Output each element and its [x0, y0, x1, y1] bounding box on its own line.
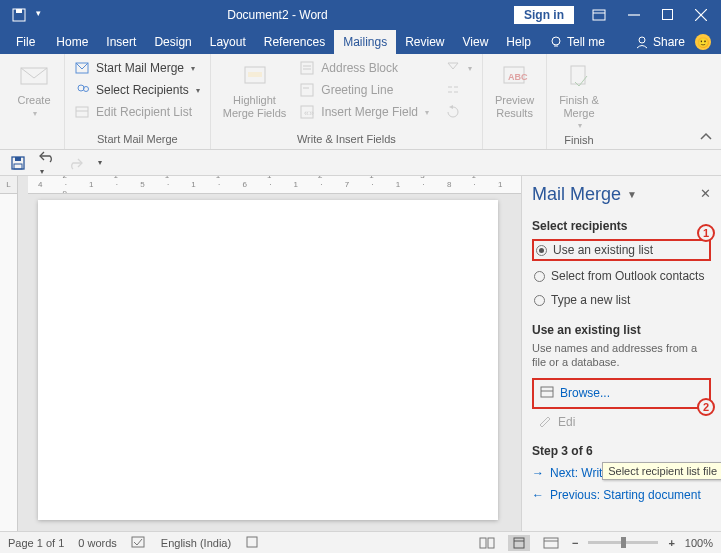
tab-references[interactable]: References [255, 30, 334, 54]
page-indicator[interactable]: Page 1 of 1 [8, 537, 64, 549]
create-label: Create [17, 94, 50, 107]
edit-recipient-list-button[interactable]: Edit Recipient List [71, 102, 204, 122]
update-icon [445, 104, 461, 120]
edit-icon [538, 415, 552, 430]
tab-design[interactable]: Design [145, 30, 200, 54]
statusbar: Page 1 of 1 0 words English (India) − + … [0, 531, 721, 553]
address-block-button[interactable]: Address Block [296, 58, 433, 78]
collapse-ribbon-icon[interactable] [699, 131, 713, 145]
zoom-in-icon[interactable]: + [668, 537, 674, 549]
finish-icon [563, 60, 595, 92]
zoom-slider[interactable] [588, 541, 658, 544]
svg-rect-5 [663, 10, 673, 20]
finish-label: Finish & Merge [559, 94, 599, 119]
signin-button[interactable]: Sign in [514, 6, 574, 24]
select-recipients-label: Select Recipients [96, 83, 189, 97]
recipients-icon [75, 82, 91, 98]
ribbon-display-icon[interactable] [592, 9, 606, 21]
select-recipients-heading: Select recipients [532, 219, 711, 233]
tab-help[interactable]: Help [497, 30, 540, 54]
tab-review[interactable]: Review [396, 30, 453, 54]
radio-label-2: Select from Outlook contacts [551, 269, 704, 283]
group-finish: Finish [553, 132, 605, 150]
save-icon[interactable] [10, 155, 26, 171]
rules-button[interactable]: ▾ [441, 58, 476, 78]
radio-icon [536, 245, 547, 256]
undo-icon[interactable]: ▾ [38, 149, 56, 177]
feedback-icon[interactable]: 🙂 [695, 34, 711, 50]
radio-outlook-contacts[interactable]: Select from Outlook contacts [532, 267, 711, 285]
edit-list-icon [75, 104, 91, 120]
address-block-label: Address Block [321, 61, 398, 75]
redo-icon[interactable] [68, 156, 84, 170]
group-start-mail-merge: Start Mail Merge [71, 131, 204, 149]
svg-rect-19 [301, 62, 313, 74]
highlight-merge-fields-button[interactable]: Highlight Merge Fields [217, 58, 293, 121]
language-indicator[interactable]: English (India) [161, 537, 231, 549]
word-count[interactable]: 0 words [78, 537, 117, 549]
maximize-icon[interactable] [662, 9, 673, 21]
match-fields-button[interactable] [441, 80, 476, 100]
ruler-corner: L [0, 176, 18, 194]
horizontal-ruler[interactable]: · 2 · 1 · 1 · 1 · 1 · 2 · 1 · 3 · 1 · 4 … [28, 176, 521, 194]
group-write-insert: Write & Insert Fields [217, 131, 476, 149]
tellme-label: Tell me [567, 35, 605, 49]
insert-merge-field-button[interactable]: «» Insert Merge Field▾ [296, 102, 433, 122]
close-icon[interactable] [695, 9, 707, 21]
select-recipients-button[interactable]: Select Recipients▾ [71, 80, 204, 100]
prev-step-link[interactable]: ← Previous: Starting document [532, 488, 711, 502]
zoom-value[interactable]: 100% [685, 537, 713, 549]
web-layout-icon[interactable] [540, 535, 562, 551]
svg-rect-22 [301, 84, 313, 96]
radio-use-existing-list[interactable]: Use an existing list [532, 239, 711, 261]
svg-rect-34 [132, 537, 144, 547]
browse-link[interactable]: Browse... [560, 386, 610, 400]
update-labels-button[interactable] [441, 102, 476, 122]
document-title: Document2 - Word [41, 8, 514, 22]
callout-1: 1 [697, 224, 715, 242]
qat-customize-icon[interactable]: ▾ [98, 158, 102, 167]
tab-tellme[interactable]: Tell me [540, 30, 614, 54]
print-layout-icon[interactable] [508, 535, 530, 551]
edit-label: Edi [558, 415, 575, 429]
read-mode-icon[interactable] [476, 535, 498, 551]
share-label: Share [653, 35, 685, 49]
highlight-icon [239, 60, 271, 92]
use-existing-desc: Use names and addresses from a file or a… [532, 341, 711, 370]
tooltip: Select recipient list file [602, 462, 721, 480]
browse-icon [540, 386, 554, 401]
preview-results-button[interactable]: ABC Preview Results [489, 58, 540, 121]
taskpane-title: Mail Merge▼ [532, 184, 711, 205]
start-mail-merge-button[interactable]: Start Mail Merge▾ [71, 58, 204, 78]
callout-2: 2 [697, 398, 715, 416]
tab-file[interactable]: File [4, 30, 47, 54]
address-block-icon [300, 60, 316, 76]
share-button[interactable]: Share [635, 35, 685, 49]
svg-rect-30 [15, 157, 21, 161]
vertical-ruler[interactable] [0, 194, 18, 531]
autosave-icon[interactable] [12, 8, 26, 22]
close-taskpane-icon[interactable]: ✕ [700, 186, 711, 201]
finish-merge-button[interactable]: Finish & Merge ▾ [553, 58, 605, 132]
menubar: File Home Insert Design Layout Reference… [0, 30, 721, 54]
document-page[interactable] [38, 200, 498, 520]
svg-text:«»: «» [304, 108, 314, 118]
preview-label: Preview Results [495, 94, 534, 119]
browse-link-row[interactable]: Browse... [532, 378, 711, 409]
spellcheck-icon[interactable] [131, 535, 147, 551]
svg-rect-36 [480, 538, 486, 548]
radio-type-new-list[interactable]: Type a new list [532, 291, 711, 309]
tab-layout[interactable]: Layout [201, 30, 255, 54]
svg-rect-37 [488, 538, 494, 548]
tab-home[interactable]: Home [47, 30, 97, 54]
create-envelopes-button[interactable]: Create ▾ [10, 58, 58, 120]
zoom-out-icon[interactable]: − [572, 537, 578, 549]
share-icon [635, 35, 649, 49]
tab-mailings[interactable]: Mailings [334, 30, 396, 54]
minimize-icon[interactable] [628, 9, 640, 21]
accessibility-icon[interactable] [245, 535, 259, 551]
tab-insert[interactable]: Insert [97, 30, 145, 54]
greeting-line-button[interactable]: Greeting Line [296, 80, 433, 100]
tab-view[interactable]: View [454, 30, 498, 54]
prev-label: Previous: Starting document [550, 488, 701, 502]
